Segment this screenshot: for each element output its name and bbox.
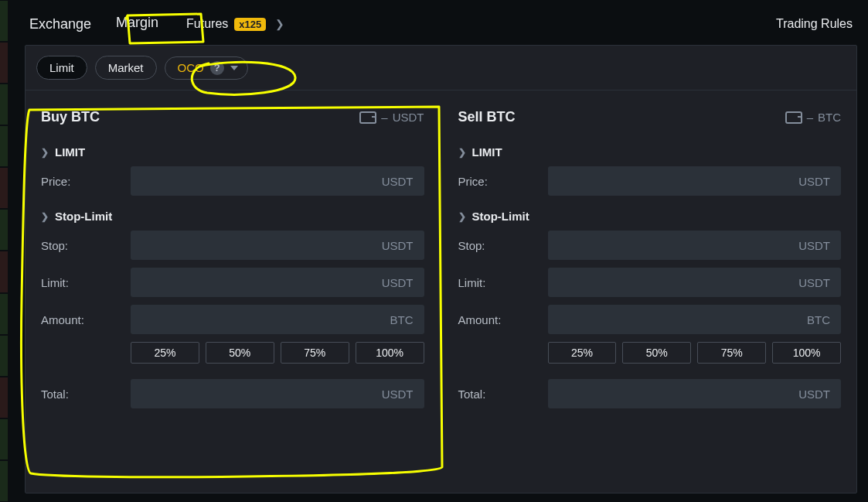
stoplimit-heading: Stop-Limit [472, 210, 529, 223]
unit-label: USDT [798, 175, 830, 188]
sell-form: Sell BTC – BTC ❯ LIMIT Price: USDT [458, 109, 842, 416]
wallet-unit: USDT [393, 111, 424, 124]
unit-label: BTC [390, 313, 414, 326]
pct-100-button[interactable]: 100% [772, 342, 841, 364]
wallet-dash: – [381, 111, 387, 124]
unit-label: USDT [382, 239, 414, 252]
limit-label: Limit: [41, 276, 131, 289]
sell-limit-section[interactable]: ❯ LIMIT [458, 145, 842, 159]
price-label: Price: [458, 175, 548, 188]
pct-50-button[interactable]: 50% [622, 342, 691, 364]
unit-label: BTC [807, 313, 830, 326]
limit-heading: LIMIT [55, 145, 85, 159]
chevron-right-icon: ❯ [458, 147, 466, 158]
total-label: Total: [458, 388, 548, 401]
stoplimit-heading: Stop-Limit [55, 210, 112, 223]
wallet-icon [785, 111, 802, 124]
buy-amount-input[interactable]: BTC [131, 305, 424, 334]
unit-label: USDT [382, 388, 414, 401]
futures-label: Futures [186, 17, 228, 31]
unit-label: USDT [798, 388, 830, 401]
buy-stoplimit-section[interactable]: ❯ Stop-Limit [41, 210, 424, 223]
top-nav: Exchange Margin Futures x125 ❯ Trading R… [14, 6, 868, 42]
wallet-unit: BTC [818, 111, 841, 124]
pct-75-button[interactable]: 75% [281, 342, 349, 364]
buy-title: Buy BTC [41, 109, 100, 125]
order-type-limit[interactable]: Limit [36, 56, 87, 80]
sell-wallet-balance[interactable]: – BTC [785, 111, 841, 124]
chevron-right-icon: ❯ [275, 18, 284, 30]
sell-amount-input[interactable]: BTC [548, 305, 842, 334]
buy-wallet-balance[interactable]: – USDT [359, 111, 424, 124]
pct-100-button[interactable]: 100% [356, 342, 424, 364]
sell-price-input[interactable]: USDT [548, 166, 842, 196]
unit-label: USDT [382, 175, 414, 188]
futures-x125-badge: x125 [234, 18, 266, 31]
nav-margin[interactable]: Margin [108, 12, 166, 37]
chevron-right-icon: ❯ [41, 211, 49, 222]
buy-limit-input[interactable]: USDT [131, 268, 424, 297]
unit-label: USDT [382, 276, 414, 289]
stop-label: Stop: [41, 239, 131, 252]
pct-75-button[interactable]: 75% [697, 342, 766, 364]
order-type-market[interactable]: Market [95, 56, 157, 80]
unit-label: USDT [798, 276, 830, 289]
sell-title: Sell BTC [458, 109, 516, 125]
buy-percent-row: 25% 50% 75% 100% [131, 342, 424, 364]
pct-25-button[interactable]: 25% [131, 342, 199, 364]
limit-heading: LIMIT [472, 145, 502, 159]
unit-label: USDT [798, 239, 830, 252]
pct-25-button[interactable]: 25% [548, 342, 617, 364]
pct-50-button[interactable]: 50% [206, 342, 274, 364]
order-panel: Limit Market OCO ? Buy BTC – USDT [25, 45, 857, 493]
chevron-right-icon: ❯ [41, 147, 49, 158]
sell-total-input[interactable]: USDT [548, 379, 842, 408]
nav-exchange[interactable]: Exchange [29, 16, 91, 32]
sell-stoplimit-section[interactable]: ❯ Stop-Limit [458, 210, 842, 223]
oco-label: OCO [178, 61, 204, 74]
limit-label: Limit: [458, 276, 548, 289]
sell-limit-input[interactable]: USDT [548, 268, 842, 297]
chevron-right-icon: ❯ [458, 211, 466, 222]
price-label: Price: [41, 175, 131, 188]
order-type-oco[interactable]: OCO ? [165, 56, 248, 80]
amount-label: Amount: [41, 313, 131, 326]
buy-price-input[interactable]: USDT [131, 166, 424, 196]
buy-total-input[interactable]: USDT [131, 379, 424, 408]
order-type-tabs: Limit Market OCO ? [26, 46, 856, 90]
chevron-down-icon[interactable] [230, 66, 238, 70]
help-icon[interactable]: ? [210, 61, 224, 75]
sell-percent-row: 25% 50% 75% 100% [548, 342, 842, 364]
total-label: Total: [41, 388, 131, 401]
buy-limit-section[interactable]: ❯ LIMIT [41, 145, 424, 159]
sell-stop-input[interactable]: USDT [548, 231, 842, 260]
nav-futures[interactable]: Futures x125 ❯ [186, 17, 284, 31]
stop-label: Stop: [458, 239, 548, 252]
amount-label: Amount: [458, 313, 548, 326]
buy-stop-input[interactable]: USDT [131, 231, 424, 260]
buy-form: Buy BTC – USDT ❯ LIMIT Price: USDT [41, 109, 424, 416]
wallet-dash: – [807, 111, 813, 124]
wallet-icon [359, 111, 376, 124]
trading-rules-link[interactable]: Trading Rules [776, 17, 853, 31]
